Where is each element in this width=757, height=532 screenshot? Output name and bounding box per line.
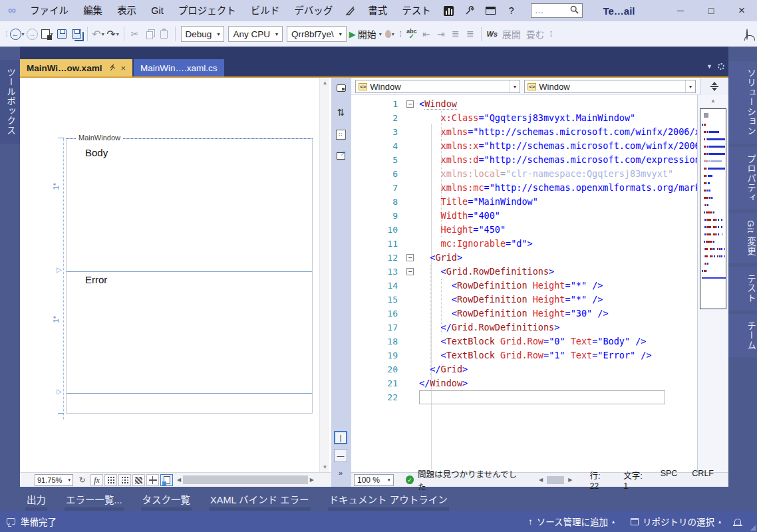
dropdown-caret-icon[interactable]: ▾	[510, 80, 520, 92]
body-textblock[interactable]: Body	[85, 147, 108, 158]
row-marker-icon[interactable]: ▷	[57, 266, 62, 273]
minimap-column[interactable]: ▲	[697, 95, 728, 472]
code-line[interactable]: 19 <TextBlock Grid.Row="1" Text="Error" …	[351, 348, 697, 362]
code-line[interactable]: 20 </Grid>	[351, 362, 697, 376]
code-line[interactable]: 18 <TextBlock Grid.Row="0" Text="Body" /…	[351, 334, 697, 348]
uncomment-button[interactable]: ≣	[464, 26, 477, 42]
code-line[interactable]: 11 mc:Ignorable="d">	[351, 237, 697, 251]
menu-item[interactable]: ファイル	[23, 0, 76, 21]
comment-button[interactable]: ≣	[449, 26, 462, 42]
code-line[interactable]: 16 <RowDefinition Height="30" />	[351, 307, 697, 321]
navigate-forward-button[interactable]: →	[26, 26, 39, 42]
editor-horizontal-scrollbar[interactable]: ◀ ▶	[539, 476, 572, 484]
side-tab[interactable]: チーム	[728, 314, 757, 358]
solution-config-dropdown[interactable]: Debug▾	[181, 26, 225, 42]
line-indicator[interactable]: 行: 22	[589, 469, 609, 491]
pin-icon[interactable]	[110, 63, 116, 73]
code-line[interactable]: 12− <Grid>	[351, 251, 697, 265]
code-line[interactable]: 5 xmlns:d="http://schemas.microsoft.com/…	[351, 153, 697, 167]
menu-item[interactable]: 表示	[110, 0, 144, 21]
code-line[interactable]: 22	[351, 390, 697, 404]
dropdown-caret-icon[interactable]: ▾	[685, 80, 695, 92]
panel-tab[interactable]: 出力	[25, 490, 47, 511]
window-menu-icon[interactable]	[486, 7, 496, 15]
toolbox-tab[interactable]: ツールボックス	[0, 60, 20, 144]
analyze-chart-icon[interactable]	[444, 6, 454, 16]
refresh-icon[interactable]: ↻	[76, 474, 88, 486]
menu-item[interactable]: Git	[144, 0, 171, 21]
minimize-button[interactable]: ─	[665, 0, 696, 21]
code-line[interactable]: 4 xmlns:x="http://schemas.microsoft.com/…	[351, 139, 697, 153]
scroll-up-icon[interactable]: ▲	[698, 98, 728, 104]
indent-button[interactable]: ⇥	[434, 26, 448, 42]
menu-item[interactable]: テスト	[394, 0, 438, 21]
scroll-up-icon[interactable]: ▲	[320, 80, 330, 86]
menu-item[interactable]: デバッグ	[287, 0, 340, 21]
toolbar-overflow[interactable]: ⁞	[550, 30, 552, 38]
copy-button[interactable]	[143, 26, 156, 42]
feedback-person-icon[interactable]	[746, 29, 748, 39]
side-tab[interactable]: Git 変更	[728, 213, 757, 263]
menu-item[interactable]: ビルド	[243, 0, 287, 21]
menu-item[interactable]: 編集	[76, 0, 110, 21]
horizontal-split-button[interactable]: —	[334, 449, 347, 462]
start-debug-button[interactable]: ▶開始▾	[349, 26, 382, 42]
close-button[interactable]: ×	[726, 0, 757, 21]
undo-button[interactable]: ↶▾	[92, 26, 105, 42]
collapse-pane-button[interactable]: »	[334, 466, 347, 479]
close-tab-icon[interactable]: ×	[120, 63, 126, 73]
code-line[interactable]: 2 x:Class="Qgqtersj83mvyxt.MainWindow"	[351, 111, 697, 125]
format-pen-icon[interactable]	[345, 6, 355, 16]
xaml-view-icon[interactable]: ∷	[335, 128, 347, 141]
code-line[interactable]: 15 <RowDefinition Height="*" />	[351, 293, 697, 307]
swap-panes-icon[interactable]: ⇅	[335, 106, 347, 118]
element-nav-dropdown-left[interactable]: <> Window ▾	[355, 80, 520, 93]
code-line[interactable]: 21</Window>	[351, 376, 697, 390]
scrollbar-thumb[interactable]	[547, 476, 564, 484]
new-item-button[interactable]: ▾	[41, 26, 54, 42]
designer-zoom-dropdown[interactable]: 91.75%▾	[35, 474, 73, 486]
editor-zoom-dropdown[interactable]: 100 %▾	[354, 474, 394, 486]
code-area[interactable]: 1−<Window2 x:Class="Qgqtersj83mvyxt.Main…	[351, 95, 697, 472]
code-line[interactable]: 14 <RowDefinition Height="*" />	[351, 279, 697, 293]
code-line[interactable]: 8 Title="MainWindow"	[351, 195, 697, 209]
outdent-button[interactable]: ⇤	[420, 26, 433, 42]
code-line[interactable]: 3 xmlns="http://schemas.microsoft.com/wi…	[351, 125, 697, 139]
editor-split-handle[interactable]	[700, 78, 728, 95]
code-line[interactable]: 17 </Grid.RowDefinitions>	[351, 321, 697, 334]
add-to-source-control-button[interactable]: ↑ ソース管理に追加 ▴	[528, 515, 615, 528]
panel-tab[interactable]: XAML バインド エラー	[209, 490, 311, 511]
scrollbar-thumb[interactable]	[183, 475, 308, 484]
popout-window-icon[interactable]: ↗	[335, 150, 347, 162]
show-grid-button[interactable]	[104, 474, 117, 486]
redo-button[interactable]: ↷▾	[106, 26, 120, 42]
maximize-button[interactable]: □	[696, 0, 726, 21]
code-line[interactable]: 1−<Window	[351, 97, 697, 111]
scroll-left-icon[interactable]: ◀	[539, 477, 543, 483]
side-tab[interactable]: テスト	[728, 267, 757, 311]
side-tab[interactable]: ソリューション	[728, 61, 757, 144]
code-line[interactable]: 6 xmlns:local="clr-namespace:Qgqtersj83m…	[351, 167, 697, 181]
menu-item[interactable]: 書式	[361, 0, 394, 21]
grid-row-divider[interactable]	[67, 393, 312, 394]
fold-collapse-icon[interactable]: −	[406, 268, 414, 275]
space-mode-indicator[interactable]: SPC	[661, 469, 678, 491]
panel-tab[interactable]: ドキュメント アウトライン	[328, 490, 449, 511]
row-marker-icon[interactable]: ▷	[57, 388, 62, 395]
snap-grid-button[interactable]	[118, 474, 131, 486]
minimap[interactable]	[700, 108, 726, 309]
snap-to-snaplines-button[interactable]	[160, 474, 173, 486]
hot-reload-button[interactable]: ▾	[383, 26, 396, 42]
tab-list-dropdown-icon[interactable]: ▼	[706, 63, 712, 70]
paste-button[interactable]	[158, 26, 171, 42]
search-input[interactable]: ...	[531, 3, 583, 18]
expand-all-button[interactable]: 展開	[502, 27, 521, 41]
help-menu[interactable]: ?	[501, 0, 522, 21]
menu-item[interactable]: プロジェクト	[171, 0, 243, 21]
design-surface-window[interactable]: MainWindow Body Error	[66, 138, 313, 414]
save-all-button[interactable]	[70, 26, 83, 42]
gear-icon[interactable]	[718, 63, 724, 70]
cut-button[interactable]: ✂	[128, 26, 142, 42]
panel-tab[interactable]: エラー一覧...	[65, 490, 124, 511]
side-tab[interactable]: プロパティ	[728, 147, 757, 210]
